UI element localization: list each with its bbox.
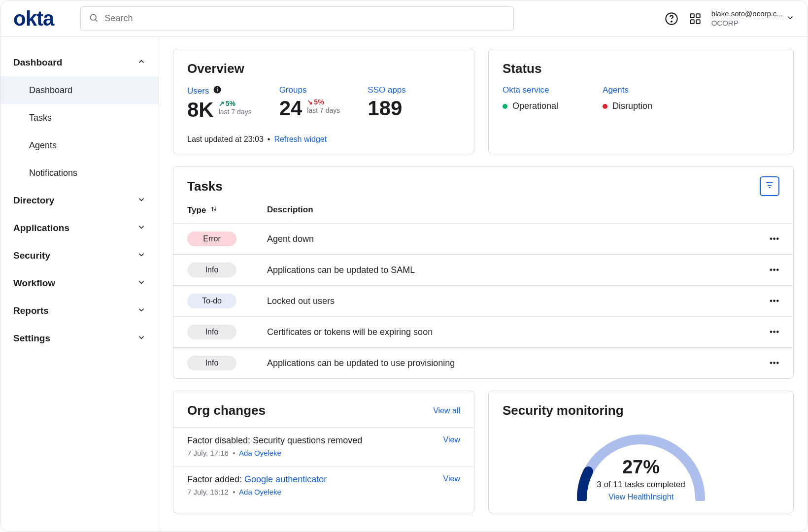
nav-group-label: Security (13, 250, 50, 261)
overview-heading: Overview (173, 49, 474, 85)
task-badge: Error (187, 232, 236, 246)
task-badge: To-do (187, 294, 236, 308)
task-row[interactable]: InfoApplications can be updated to SAML•… (173, 254, 793, 285)
chevron-up-icon (137, 57, 146, 68)
task-actions-icon[interactable]: ••• (770, 297, 779, 305)
chevron-down-icon (137, 223, 146, 234)
status-agents-col: Agents Disruption (603, 85, 652, 111)
svg-point-10 (217, 87, 218, 88)
sso-label[interactable]: SSO apps (368, 85, 406, 95)
sort-icon (210, 205, 218, 215)
org-actor-link[interactable]: Ada Oyeleke (239, 449, 281, 457)
svg-point-3 (671, 21, 672, 22)
org-change-item: Factor added: Google authenticatorView7 … (173, 466, 474, 505)
tasks-card: Tasks Type Description ErrorAgent down••… (173, 166, 794, 379)
nav-group-reports[interactable]: Reports (0, 297, 159, 325)
users-value: 8K (187, 100, 214, 120)
status-dot-green (503, 104, 507, 109)
nav-group-dashboard[interactable]: Dashboard (0, 49, 159, 76)
task-row[interactable]: InfoCertificates or tokens will be expir… (173, 316, 793, 347)
nav-group-label: Reports (13, 305, 49, 316)
sidebar-item-label: Tasks (29, 113, 52, 123)
status-heading: Status (489, 49, 793, 85)
filter-button[interactable] (760, 176, 779, 196)
org-change-title: Factor added: Google authenticator (187, 474, 327, 485)
header: okta blake.soto@ocorp.c... OCORP (0, 0, 808, 37)
arrow-up-icon: ↗ (219, 100, 225, 108)
nav-group-security[interactable]: Security (0, 242, 159, 269)
status-okta-col: Okta service Operational (503, 85, 558, 111)
org-change-meta: 7 July, 17:16 • Ada Oyeleke (187, 449, 460, 457)
metric-sso: SSO apps 189 (368, 85, 406, 120)
org-change-meta: 7 July, 16:12 • Ada Oyeleke (187, 488, 460, 496)
info-icon[interactable] (213, 85, 222, 97)
main-content: Overview Users 8K ↗ 5% (159, 37, 808, 532)
org-change-link[interactable]: Google authenticator (244, 474, 327, 484)
search-box[interactable] (80, 6, 514, 31)
nav-group-label: Directory (13, 195, 54, 206)
task-desc: Applications can be updated to SAML (267, 265, 770, 275)
apps-icon[interactable] (688, 11, 703, 26)
svg-rect-4 (690, 14, 694, 18)
status-dot-red (603, 104, 607, 109)
header-right: blake.soto@ocorp.c... OCORP (664, 9, 795, 28)
healthinsight-link[interactable]: View HealthInsight (570, 493, 712, 501)
nav-group-workflow[interactable]: Workflow (0, 269, 159, 297)
chevron-down-icon (137, 305, 146, 317)
nav-group-label: Applications (13, 223, 69, 233)
view-all-link[interactable]: View all (433, 406, 460, 415)
users-label[interactable]: Users (187, 85, 252, 97)
col-description: Description (267, 205, 313, 215)
sso-value: 189 (368, 98, 402, 119)
task-desc: Locked out users (267, 296, 770, 306)
task-actions-icon[interactable]: ••• (770, 328, 779, 336)
sidebar-item-label: Notifications (29, 168, 77, 178)
sidebar-item-agents[interactable]: Agents (0, 132, 159, 159)
agents-status-row: Disruption (603, 101, 652, 111)
chevron-down-icon (137, 278, 146, 289)
task-row[interactable]: To-doLocked out users••• (173, 285, 793, 316)
groups-delta: ↘ 5% (307, 98, 340, 106)
metric-groups: Groups 24 ↘ 5% last 7 days (279, 85, 340, 120)
task-actions-icon[interactable]: ••• (770, 266, 779, 274)
status-card: Status Okta service Operational Agents (488, 49, 794, 154)
svg-rect-7 (696, 20, 700, 24)
col-type[interactable]: Type (187, 205, 267, 215)
groups-value: 24 (279, 98, 303, 119)
refresh-widget-link[interactable]: Refresh widget (274, 135, 327, 144)
task-badge: Info (187, 356, 236, 370)
sidebar-item-notifications[interactable]: Notifications (0, 159, 159, 187)
groups-label[interactable]: Groups (279, 85, 340, 95)
help-icon[interactable] (664, 11, 679, 26)
task-row[interactable]: ErrorAgent down••• (173, 223, 793, 254)
sidebar-item-label: Dashboard (29, 85, 72, 96)
svg-rect-9 (217, 89, 218, 92)
task-desc: Applications can be updated to use provi… (267, 358, 770, 368)
okta-status-text: Operational (512, 101, 558, 111)
overview-card: Overview Users 8K ↗ 5% (173, 49, 474, 154)
org-view-link[interactable]: View (443, 435, 460, 444)
arrow-down-icon: ↘ (307, 98, 313, 106)
security-monitoring-card: Security monitoring 27% 3 of 11 tasks co… (488, 391, 794, 513)
org-view-link[interactable]: View (443, 474, 460, 483)
svg-rect-6 (690, 20, 694, 24)
sidebar-item-tasks[interactable]: Tasks (0, 104, 159, 132)
org-actor-link[interactable]: Ada Oyeleke (239, 488, 281, 496)
metric-users: Users 8K ↗ 5% last 7 days (187, 85, 252, 120)
security-heading: Security monitoring (489, 391, 793, 422)
search-input[interactable] (104, 13, 505, 24)
task-badge: Info (187, 263, 236, 277)
task-actions-icon[interactable]: ••• (770, 234, 779, 243)
agents-link[interactable]: Agents (603, 85, 652, 95)
nav-group-directory[interactable]: Directory (0, 187, 159, 214)
nav-group-settings[interactable]: Settings (0, 325, 159, 352)
nav-group-label: Dashboard (13, 57, 62, 68)
task-actions-icon[interactable]: ••• (770, 359, 779, 367)
sidebar-item-dashboard[interactable]: Dashboard (0, 76, 159, 104)
filter-icon (765, 180, 774, 192)
okta-service-link[interactable]: Okta service (503, 85, 558, 95)
svg-line-1 (96, 19, 98, 21)
task-row[interactable]: InfoApplications can be updated to use p… (173, 347, 793, 378)
account-menu[interactable]: blake.soto@ocorp.c... OCORP (711, 9, 795, 28)
nav-group-applications[interactable]: Applications (0, 214, 159, 242)
